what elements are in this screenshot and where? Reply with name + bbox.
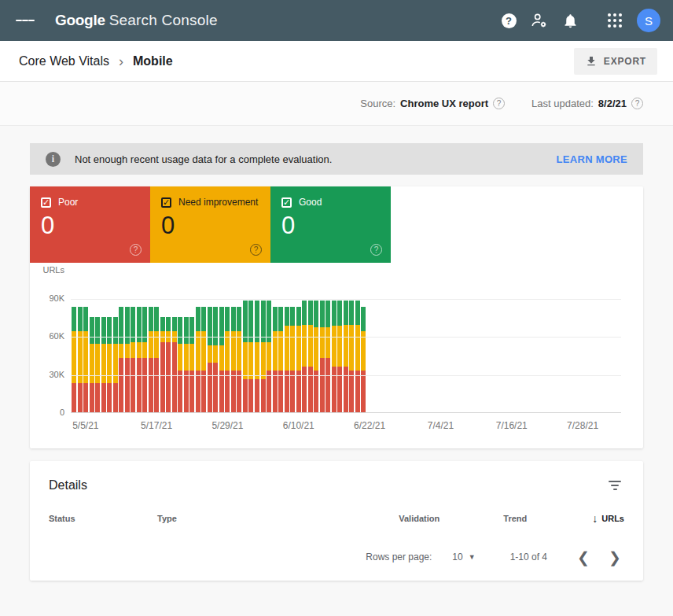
stacked-bar	[361, 307, 366, 412]
bar-segment-poor	[83, 383, 88, 412]
checkbox-checked-icon[interactable]: ✓	[281, 197, 292, 208]
bar-segment-need-improvement	[302, 325, 307, 367]
source-label: Source:	[360, 98, 395, 109]
stacked-bar	[208, 307, 212, 412]
stacked-bar	[125, 307, 130, 412]
chart-bars	[72, 301, 367, 412]
checkbox-checked-icon[interactable]: ✓	[41, 197, 51, 208]
logo-google: Google	[55, 12, 105, 29]
status-card-help-icon[interactable]: ?	[130, 244, 142, 256]
person-gear-icon	[531, 12, 548, 29]
bar-segment-need-improvement	[285, 326, 289, 370]
banner-message: Not enough recent usage data for a compl…	[75, 153, 557, 165]
checkbox-checked-icon[interactable]: ✓	[161, 197, 171, 208]
bar-segment-good	[184, 317, 189, 344]
bar-segment-poor	[90, 383, 94, 412]
bar-segment-poor	[219, 371, 224, 412]
stacked-bar	[267, 301, 271, 412]
breadcrumb-current-page: Mobile	[133, 54, 173, 68]
stacked-bar	[325, 301, 330, 412]
pagination-range: 1-10 of 4	[510, 551, 547, 563]
next-page-button[interactable]: ❯	[605, 548, 624, 566]
stacked-bar	[95, 317, 100, 412]
bar-segment-poor	[137, 358, 142, 412]
bar-segment-need-improvement	[296, 326, 301, 370]
bar-segment-poor	[225, 371, 230, 412]
filter-icon[interactable]	[605, 476, 624, 495]
breadcrumb-section-link[interactable]: Core Web Vitals	[19, 54, 109, 68]
gridline	[71, 299, 621, 300]
bar-segment-good	[285, 307, 289, 326]
bar-segment-poor	[285, 371, 289, 412]
bar-segment-poor	[201, 371, 206, 412]
stacked-bar	[142, 307, 147, 412]
bar-segment-poor	[261, 379, 266, 412]
stacked-bar	[160, 317, 165, 412]
apps-grid-button[interactable]	[605, 11, 624, 30]
last-updated-value: 8/2/21	[598, 98, 627, 109]
status-card-help-icon[interactable]: ?	[370, 244, 382, 256]
stacked-bar	[243, 301, 248, 412]
bar-segment-good	[237, 307, 241, 331]
stacked-bar	[201, 307, 206, 412]
rows-per-page-select[interactable]: 10 ▼	[452, 551, 475, 563]
bar-segment-need-improvement	[344, 325, 348, 367]
notifications-button[interactable]	[561, 11, 579, 30]
x-axis-tick-label: 7/16/21	[496, 420, 528, 431]
bar-segment-poor	[142, 358, 147, 412]
last-updated-help-icon[interactable]: ?	[631, 98, 643, 109]
column-header-urls-sort[interactable]: ↓ URLs	[592, 512, 624, 525]
bar-segment-good	[231, 307, 236, 331]
account-avatar[interactable]: S	[637, 9, 660, 32]
bar-segment-poor	[361, 371, 366, 412]
bar-segment-good	[278, 307, 283, 331]
bar-segment-poor	[243, 379, 248, 412]
x-axis-tick-label: 6/10/21	[283, 420, 314, 431]
bar-segment-good	[154, 307, 159, 331]
bar-segment-poor	[296, 371, 301, 412]
bar-segment-good	[349, 301, 354, 325]
status-card-good[interactable]: ✓Good0?	[270, 186, 391, 263]
bar-segment-need-improvement	[154, 331, 159, 358]
bar-segment-good	[189, 317, 194, 344]
stacked-bar	[178, 317, 182, 412]
column-header-validation: Validation	[399, 514, 503, 523]
bar-segment-good	[149, 307, 153, 331]
status-card-poor[interactable]: ✓Poor0?	[30, 186, 150, 263]
bar-segment-poor	[231, 371, 236, 412]
bar-segment-poor	[337, 367, 342, 412]
y-axis-tick-label: 0	[30, 408, 64, 417]
y-axis-tick-label: 30K	[30, 370, 64, 379]
bar-segment-poor	[308, 367, 313, 412]
bar-segment-poor	[248, 379, 253, 412]
bar-segment-good	[201, 307, 206, 331]
source-help-icon[interactable]: ?	[493, 98, 505, 109]
apps-grid-icon	[608, 13, 622, 28]
learn-more-link[interactable]: LEARN MORE	[557, 153, 627, 165]
menu-icon[interactable]	[16, 11, 35, 30]
y-axis-title: URLs	[30, 265, 64, 275]
stacked-bar	[196, 307, 200, 412]
download-icon	[585, 55, 598, 68]
status-card-need-improvement[interactable]: ✓Need improvement0?	[150, 186, 270, 263]
bar-segment-good	[196, 307, 200, 331]
bar-segment-need-improvement	[320, 327, 325, 358]
bar-segment-good	[90, 317, 94, 344]
previous-page-button[interactable]: ❮	[574, 548, 593, 566]
info-icon: i	[46, 152, 61, 167]
stacked-bar	[302, 301, 307, 412]
help-button[interactable]: ?	[499, 11, 518, 30]
bar-segment-good	[113, 317, 118, 344]
chart-plot[interactable]	[71, 299, 621, 413]
status-card-help-icon[interactable]: ?	[250, 244, 262, 256]
export-button[interactable]: EXPORT	[574, 48, 657, 75]
stacked-bar	[213, 307, 218, 412]
bar-segment-need-improvement	[184, 344, 189, 371]
bar-segment-good	[166, 317, 171, 331]
bar-segment-need-improvement	[267, 342, 271, 370]
bar-segment-need-improvement	[107, 344, 112, 383]
status-card-label: Poor	[58, 197, 78, 208]
bar-segment-good	[296, 307, 301, 326]
user-settings-button[interactable]	[530, 11, 549, 30]
x-axis-tick-label: 6/22/21	[354, 420, 385, 431]
